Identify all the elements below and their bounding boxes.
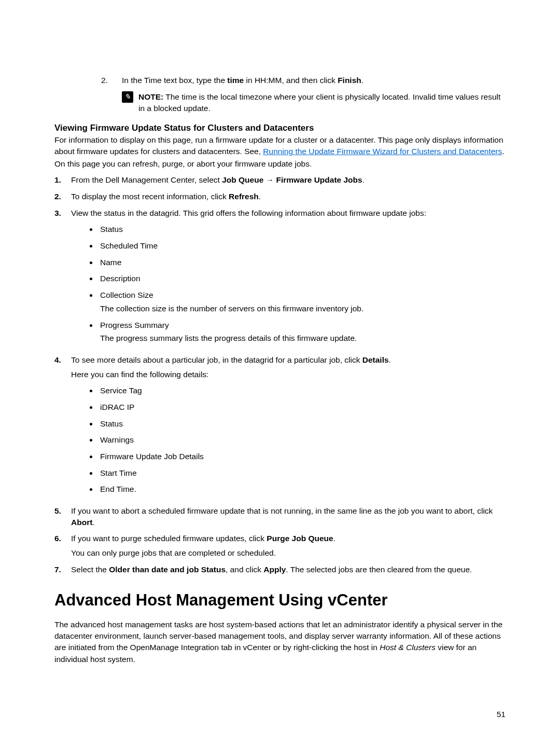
text-fragment: Select the: [71, 565, 109, 574]
bullet-item: Warnings: [98, 434, 506, 446]
list-content: From the Dell Management Center, select …: [71, 174, 506, 186]
text-fragment: .: [92, 518, 94, 527]
text-bold: Job Queue: [222, 175, 263, 184]
list-item: 7. Select the Older than date and job St…: [54, 564, 506, 575]
text-fragment: In the Time text box, type the: [122, 76, 227, 85]
text-fragment: .: [362, 175, 365, 184]
bullet-item: Description: [98, 273, 506, 284]
bullet-item: Progress Summary The progress summary li…: [98, 320, 506, 344]
text-fragment: To display the most recent information, …: [71, 192, 229, 201]
list-marker: 2.: [54, 191, 71, 202]
intro-paragraph-2: On this page you can refresh, purge, or …: [54, 158, 506, 170]
note-body: The time is the local timezone where you…: [138, 92, 500, 113]
list-content: To display the most recent information, …: [71, 191, 506, 202]
note-label: NOTE:: [138, 92, 163, 101]
bullet-item: iDRAC IP: [98, 402, 506, 413]
bullet-label: Progress Summary: [100, 321, 169, 329]
text-bold: Details: [362, 355, 389, 364]
page-number: 51: [497, 710, 506, 719]
text-fragment: . The selected jobs are then cleared fro…: [286, 565, 472, 574]
list-content: If you want to abort a scheduled firmwar…: [71, 505, 506, 528]
text-fragment: From the Dell Management Center, select: [71, 175, 222, 184]
intro-paragraph-1: For information to display on this page,…: [54, 134, 506, 157]
arrow-icon: →: [263, 175, 276, 184]
list-marker: 4.: [54, 354, 71, 500]
list-item: 2. To display the most recent informatio…: [54, 191, 506, 202]
text-fragment: .: [259, 192, 261, 201]
text-bold: Finish: [338, 76, 361, 85]
bullet-description: The collection size is the number of ser…: [100, 303, 506, 314]
text-bold: Refresh: [229, 192, 259, 201]
text-fragment: .: [333, 534, 335, 543]
bullet-item: Status: [98, 224, 506, 235]
bullet-description: The progress summary lists the progress …: [100, 333, 506, 344]
subheading: Viewing Firmware Update Status for Clust…: [54, 123, 506, 133]
text-bold: Purge Job Queue: [267, 534, 333, 543]
list-content: Select the Older than date and job Statu…: [71, 564, 506, 575]
firmware-wizard-link[interactable]: Running the Update Firmware Wizard for C…: [263, 147, 502, 156]
bullet-list: Service Tag iDRAC IP Status Warnings Fir…: [71, 385, 506, 495]
list-marker: 1.: [54, 174, 71, 186]
note-block: ✎ NOTE: The time is the local timezone w…: [122, 91, 506, 114]
list-item: 6. If you want to purge scheduled firmwa…: [54, 533, 506, 558]
list-content: To see more details about a particular j…: [71, 354, 506, 500]
list-item: 3. View the status in the datagrid. This…: [54, 208, 506, 349]
section-paragraph: The advanced host management tasks are h…: [54, 619, 506, 666]
text-bold: Apply: [263, 565, 286, 574]
document-page: 2. In the Time text box, type the time i…: [0, 0, 560, 744]
text-fragment: , and click: [226, 565, 263, 574]
text-fragment: To see more details about a particular j…: [71, 355, 362, 364]
bullet-item: Start Time: [98, 467, 506, 479]
bullet-item: Service Tag: [98, 385, 506, 396]
section-heading: Advanced Host Management Using vCenter: [54, 591, 506, 610]
text-bold: Abort: [71, 518, 92, 527]
substep-2: 2. In the Time text box, type the time i…: [101, 75, 506, 86]
substep-number: 2.: [101, 75, 122, 86]
text-fragment: .: [361, 76, 363, 85]
list-item: 5. If you want to abort a scheduled firm…: [54, 505, 506, 528]
bullet-item: Name: [98, 257, 506, 268]
text-bold: Older than date and job Status: [109, 565, 226, 574]
text-fragment: If you want to purge scheduled firmware …: [71, 534, 267, 543]
text-bold: time: [227, 76, 244, 85]
list-content: View the status in the datagrid. This gr…: [71, 208, 506, 349]
bullet-item: End Time.: [98, 484, 506, 495]
bullet-item: Status: [98, 418, 506, 430]
list-marker: 3.: [54, 208, 71, 349]
note-text: NOTE: The time is the local timezone whe…: [138, 91, 506, 114]
numbered-list: 1. From the Dell Management Center, sele…: [54, 174, 506, 575]
list-marker: 5.: [54, 505, 71, 528]
list-marker: 7.: [54, 564, 71, 575]
substep-block: 2. In the Time text box, type the time i…: [101, 75, 506, 86]
text-fragment: View the status in the datagrid. This gr…: [71, 209, 426, 217]
list-item: 4. To see more details about a particula…: [54, 354, 506, 500]
text-fragment: If you want to abort a scheduled firmwar…: [71, 506, 493, 515]
bullet-label: Collection Size: [100, 291, 153, 299]
note-icon: ✎: [122, 91, 133, 103]
list-marker: 6.: [54, 533, 71, 558]
bullet-item: Firmware Update Job Details: [98, 451, 506, 462]
substep-text: In the Time text box, type the time in H…: [122, 75, 363, 86]
text-italic: Host & Clusters: [380, 643, 436, 652]
text-fragment: in HH:MM, and then click: [244, 76, 338, 85]
list-content: If you want to purge scheduled firmware …: [71, 533, 506, 558]
text-fragment: .: [502, 147, 504, 156]
bullet-list: Status Scheduled Time Name Description C…: [71, 224, 506, 344]
list-after-text: Here you can find the following details:: [71, 369, 506, 380]
bullet-item: Collection Size The collection size is t…: [98, 290, 506, 314]
text-bold: Firmware Update Jobs: [276, 175, 362, 184]
bullet-item: Scheduled Time: [98, 240, 506, 252]
text-fragment: .: [389, 355, 391, 364]
list-after-text: You can only purge jobs that are complet…: [71, 547, 506, 559]
list-item: 1. From the Dell Management Center, sele…: [54, 174, 506, 186]
